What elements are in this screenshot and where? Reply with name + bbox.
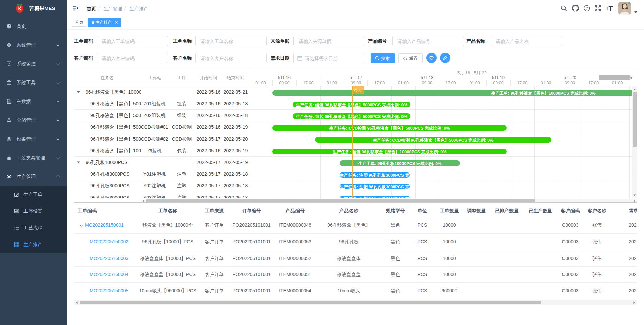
svg-text:?: ? <box>586 6 588 10</box>
